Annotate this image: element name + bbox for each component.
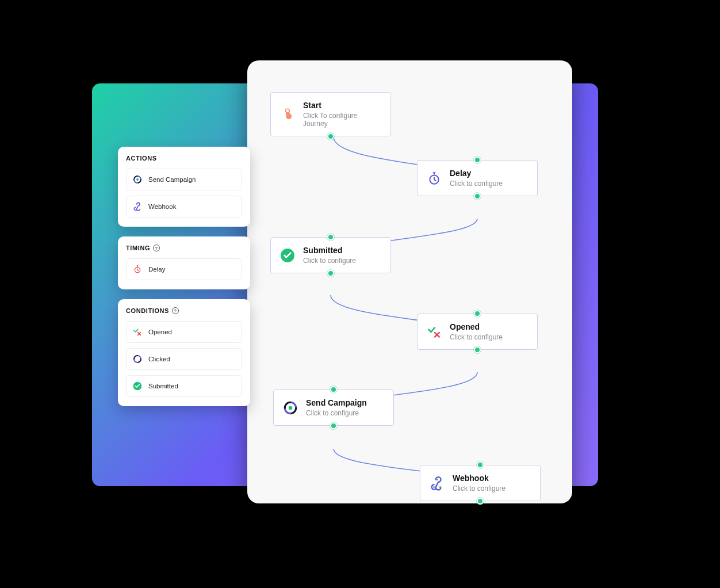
panel-title: TIMING ? — [126, 245, 242, 251]
port-in[interactable] — [474, 310, 481, 317]
panel-title: CONDITIONS ? — [126, 307, 242, 314]
node-subtitle: Click To configure Journey — [303, 112, 381, 128]
node-title: Send Campaign — [306, 398, 367, 407]
port-out[interactable] — [477, 498, 484, 505]
node-subtitle: Click to configure — [450, 333, 503, 341]
webhook-icon — [132, 201, 143, 212]
journey-canvas[interactable]: Start Click To configure Journey Delay C… — [247, 60, 572, 503]
port-out[interactable] — [327, 133, 334, 140]
port-in[interactable] — [474, 156, 481, 163]
node-delay[interactable]: Delay Click to configure — [417, 160, 538, 196]
target-icon — [132, 174, 143, 185]
node-subtitle: Click to configure — [453, 484, 505, 492]
palette-item-send-campaign[interactable]: Send Campaign — [126, 169, 242, 190]
palette-item-opened[interactable]: Opened — [126, 321, 242, 343]
port-in[interactable] — [327, 234, 334, 240]
palette-item-label: Submitted — [148, 383, 178, 390]
port-out[interactable] — [474, 193, 481, 200]
palette-item-delay[interactable]: Delay — [126, 258, 242, 280]
webhook-icon — [430, 476, 445, 491]
node-subtitle: Click to configure — [306, 409, 367, 417]
stopwatch-icon — [427, 171, 442, 186]
node-subtitle: Click to configure — [450, 180, 503, 188]
palette-item-label: Webhook — [148, 203, 176, 210]
svg-point-7 — [136, 178, 139, 181]
palette-item-label: Clicked — [148, 356, 170, 362]
check-cross-icon — [427, 324, 442, 339]
panel-conditions: CONDITIONS ? Opened Clicked — [118, 299, 250, 406]
question-icon[interactable]: ? — [153, 245, 160, 251]
tap-icon — [280, 107, 295, 122]
panel-title-text: TIMING — [126, 245, 150, 251]
node-submitted[interactable]: Submitted Click to configure — [270, 237, 391, 273]
port-out[interactable] — [330, 422, 337, 429]
node-title: Submitted — [303, 246, 356, 255]
panel-title: ACTIONS — [126, 155, 242, 162]
svg-point-3 — [289, 406, 293, 410]
panel-title-text: CONDITIONS — [126, 307, 169, 314]
node-title: Start — [303, 101, 381, 110]
port-out[interactable] — [327, 270, 334, 277]
target-icon — [283, 400, 298, 415]
check-cross-icon — [132, 327, 143, 337]
node-opened[interactable]: Opened Click to configure — [417, 314, 538, 350]
stopwatch-icon — [132, 264, 143, 274]
panel-timing: TIMING ? Delay — [118, 236, 250, 289]
svg-point-5 — [439, 486, 441, 487]
port-in[interactable] — [477, 461, 484, 468]
panel-actions: ACTIONS Send Campaign — [118, 147, 250, 227]
target-icon — [132, 354, 143, 364]
node-subtitle: Click to configure — [303, 257, 356, 265]
palette-item-clicked[interactable]: Clicked — [126, 348, 242, 370]
node-send-campaign[interactable]: Send Campaign Click to configure — [273, 390, 394, 426]
svg-point-6 — [433, 486, 435, 487]
node-start[interactable]: Start Click To configure Journey — [270, 92, 391, 136]
palette-item-webhook[interactable]: Webhook — [126, 196, 242, 217]
node-title: Opened — [450, 322, 503, 331]
check-circle-icon — [132, 381, 143, 391]
node-title: Webhook — [453, 474, 505, 483]
node-title: Delay — [450, 169, 503, 178]
question-icon[interactable]: ? — [172, 307, 179, 314]
palette-item-label: Delay — [148, 266, 165, 273]
port-in[interactable] — [330, 386, 337, 393]
palette-item-label: Opened — [148, 329, 172, 335]
palette-sidebar: ACTIONS Send Campaign — [118, 147, 250, 406]
node-webhook[interactable]: Webhook Click to configure — [420, 465, 541, 501]
port-out[interactable] — [474, 346, 481, 353]
svg-point-4 — [436, 478, 438, 480]
palette-item-submitted[interactable]: Submitted — [126, 375, 242, 397]
check-circle-icon — [280, 248, 295, 263]
palette-item-label: Send Campaign — [148, 176, 196, 183]
